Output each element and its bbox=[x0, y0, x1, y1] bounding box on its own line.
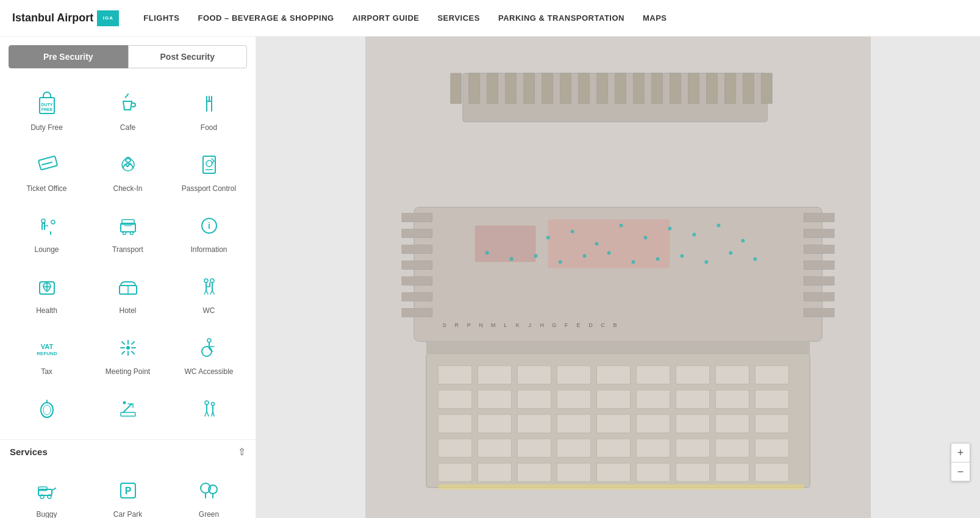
svg-rect-116 bbox=[636, 365, 670, 384]
svg-point-180 bbox=[485, 251, 489, 255]
icon-item-escalator[interactable] bbox=[87, 384, 168, 437]
nav-item-5[interactable]: MAPS bbox=[643, 13, 667, 23]
nav-item-0[interactable]: FLIGHTS bbox=[143, 13, 179, 23]
svg-point-173 bbox=[595, 242, 599, 246]
icon-item-stamp[interactable] bbox=[6, 384, 87, 437]
svg-rect-147 bbox=[438, 463, 472, 481]
icon-label-duty-free: Duty Free bbox=[30, 123, 63, 132]
svg-text:B: B bbox=[613, 322, 617, 328]
icon-item-food[interactable]: Food bbox=[168, 79, 249, 140]
svg-line-55 bbox=[205, 411, 207, 416]
svg-rect-103 bbox=[804, 214, 834, 222]
icon-label-meeting-point: Meeting Point bbox=[106, 367, 150, 376]
svg-point-176 bbox=[668, 227, 671, 231]
family-icon bbox=[193, 393, 225, 425]
svg-rect-104 bbox=[804, 229, 834, 238]
svg-line-42 bbox=[122, 342, 124, 344]
stamp-icon bbox=[31, 393, 63, 425]
svg-rect-121 bbox=[478, 390, 512, 408]
svg-rect-119 bbox=[755, 365, 789, 384]
svg-text:D: D bbox=[588, 322, 593, 328]
nav-item-2[interactable]: AIRPORT GUIDE bbox=[352, 13, 420, 23]
nav-item-1[interactable]: FOOD – BEVERAGE & SHOPPING bbox=[198, 13, 334, 23]
svg-rect-89 bbox=[651, 73, 662, 104]
service-item-car-park[interactable]: P Car Park bbox=[87, 466, 168, 518]
svg-rect-101 bbox=[402, 292, 432, 301]
icon-label-health: Health bbox=[36, 306, 57, 315]
airport-map: S R P N M L K J H G F E D C B bbox=[256, 37, 980, 518]
icon-item-transport[interactable]: Transport bbox=[87, 201, 168, 262]
svg-rect-97 bbox=[402, 229, 432, 238]
header: Istanbul Airport IGA FLIGHTSFOOD – BEVER… bbox=[0, 0, 980, 37]
svg-rect-128 bbox=[755, 390, 789, 408]
icon-item-lounge[interactable]: Lounge bbox=[6, 201, 87, 262]
icon-item-cafe[interactable]: Cafe bbox=[87, 79, 168, 140]
svg-rect-125 bbox=[636, 390, 670, 408]
svg-text:VAT: VAT bbox=[40, 343, 53, 350]
svg-rect-120 bbox=[438, 390, 472, 408]
tab-post-security[interactable]: Post Security bbox=[128, 45, 248, 68]
svg-rect-137 bbox=[755, 414, 789, 433]
lounge-icon bbox=[31, 210, 63, 242]
svg-text:S: S bbox=[443, 322, 446, 328]
svg-rect-140 bbox=[518, 439, 551, 457]
wc-icon bbox=[193, 271, 225, 303]
svg-rect-133 bbox=[597, 414, 631, 433]
passport-icon bbox=[193, 149, 225, 181]
svg-rect-113 bbox=[518, 365, 551, 384]
nav-item-3[interactable]: SERVICES bbox=[437, 13, 480, 23]
services-section-header[interactable]: Services ⇧ bbox=[0, 439, 256, 464]
svg-rect-114 bbox=[557, 365, 591, 384]
icon-item-passport-control[interactable]: Passport Control bbox=[168, 140, 249, 201]
map-area[interactable]: S R P N M L K J H G F E D C B bbox=[256, 37, 980, 518]
icon-item-check-in[interactable]: Check-In bbox=[87, 140, 168, 201]
svg-rect-146 bbox=[755, 439, 789, 457]
svg-point-53 bbox=[205, 401, 209, 405]
escalator-icon bbox=[112, 393, 144, 425]
svg-point-177 bbox=[692, 233, 696, 237]
svg-rect-152 bbox=[636, 463, 670, 481]
service-item-green[interactable]: Green bbox=[168, 466, 249, 518]
icon-item-meeting-point[interactable]: Meeting Point bbox=[87, 323, 168, 384]
svg-point-172 bbox=[571, 230, 574, 234]
nav-item-4[interactable]: PARKING & TRANSPORTATION bbox=[498, 13, 624, 23]
icon-item-family[interactable] bbox=[168, 384, 249, 437]
svg-rect-100 bbox=[402, 277, 432, 286]
sidebar: Pre Security Post Security DUTY FREE Dut… bbox=[0, 37, 256, 518]
icon-label-transport: Transport bbox=[112, 245, 143, 254]
icon-item-tax[interactable]: VAT REFUND Tax bbox=[6, 323, 87, 384]
health-icon bbox=[31, 271, 63, 303]
svg-rect-102 bbox=[402, 308, 432, 317]
icon-item-wc[interactable]: WC bbox=[168, 262, 249, 323]
svg-rect-105 bbox=[804, 245, 834, 254]
icon-label-cafe: Cafe bbox=[120, 123, 135, 132]
buggy-icon bbox=[31, 475, 63, 506]
ticket-icon bbox=[31, 149, 63, 181]
zoom-out-button[interactable]: − bbox=[951, 462, 970, 481]
carpark-icon: P bbox=[112, 475, 144, 506]
duty-free-icon: DUTY FREE bbox=[31, 88, 63, 120]
zoom-in-button[interactable]: + bbox=[951, 444, 970, 462]
icon-item-duty-free[interactable]: DUTY FREE Duty Free bbox=[6, 79, 87, 140]
svg-rect-117 bbox=[676, 365, 709, 384]
service-item-buggy[interactable]: Buggy bbox=[6, 466, 87, 518]
svg-rect-139 bbox=[478, 439, 512, 457]
tab-pre-security[interactable]: Pre Security bbox=[9, 45, 128, 68]
services-icon-grid: Buggy P Car Park Green bbox=[0, 464, 256, 518]
svg-rect-87 bbox=[615, 73, 626, 104]
svg-rect-153 bbox=[676, 463, 709, 481]
logo[interactable]: Istanbul Airport IGA bbox=[12, 10, 119, 26]
svg-line-31 bbox=[204, 290, 206, 294]
svg-rect-150 bbox=[557, 463, 591, 481]
svg-rect-78 bbox=[451, 73, 462, 104]
icon-label-check-in: Check-In bbox=[113, 184, 142, 193]
icon-item-ticket-office[interactable]: Ticket Office bbox=[6, 140, 87, 201]
svg-point-9 bbox=[122, 159, 134, 171]
icon-item-health[interactable]: Health bbox=[6, 262, 87, 323]
icon-item-wc-accessible[interactable]: WC Accessible bbox=[168, 323, 249, 384]
svg-line-34 bbox=[212, 290, 214, 294]
svg-point-182 bbox=[534, 254, 538, 258]
svg-text:REFUND: REFUND bbox=[37, 351, 57, 356]
icon-item-information[interactable]: i Information bbox=[168, 201, 249, 262]
icon-item-hotel[interactable]: Hotel bbox=[87, 262, 168, 323]
